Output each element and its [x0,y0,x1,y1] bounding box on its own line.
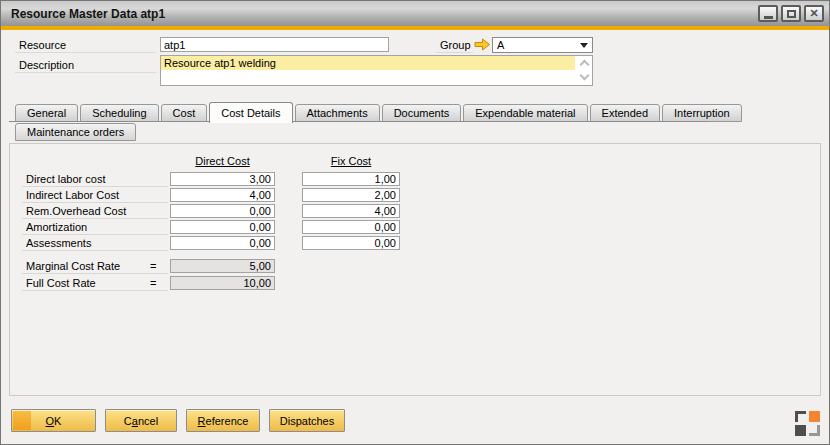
maximize-icon [787,10,796,18]
total-value-field [170,276,275,290]
cost-row-label: Rem.Overhead Cost [22,204,168,219]
cost-row-label: Direct labor cost [22,172,168,187]
fix-cost-input[interactable] [302,220,400,234]
tab-row-2: Maintenance orders [15,123,138,141]
fix-cost-input[interactable] [302,236,400,250]
total-row-label: Marginal Cost Rate [22,259,168,274]
button-label: Cancel [124,415,158,427]
cost-row-label: Assessments [22,236,168,251]
cost-details-panel: Direct Cost Fix Cost Direct labor costIn… [9,143,821,396]
total-row-marginal-cost-rate: Marginal Cost Rate= [10,259,820,276]
resize-corner-bottom-left [795,425,806,436]
resource-label: Resource [15,38,156,53]
maximize-button[interactable] [781,5,801,22]
window-controls: ✕ [758,5,824,22]
reference-button[interactable]: Reference [186,409,260,432]
tab-cost-details[interactable]: Cost Details [209,102,292,123]
fix-cost-input[interactable] [302,172,400,186]
cost-row-label: Amortization [22,220,168,235]
direct-cost-input[interactable] [170,188,275,202]
cancel-button[interactable]: Cancel [105,409,177,432]
direct-cost-input[interactable] [170,220,275,234]
minimize-icon [764,16,773,19]
tab-maintenance-orders[interactable]: Maintenance orders [15,123,136,141]
fix-cost-column-header: Fix Cost [302,155,400,167]
description-text: Resource atp1 welding [161,56,575,70]
cost-row-assessments: Assessments [10,236,820,252]
resize-corner-top-left [795,411,806,422]
ok-button[interactable]: OK [11,409,96,432]
dispatches-button[interactable]: Dispatches [269,409,345,432]
group-label: Group [436,38,473,53]
cost-rows: Direct labor costIndirect Labor CostRem.… [10,172,820,252]
tab-extended[interactable]: Extended [590,104,660,122]
button-label: OK [46,415,62,427]
scroll-down-icon[interactable] [580,71,590,81]
tab-documents[interactable]: Documents [382,104,462,122]
cost-row-label: Indirect Labor Cost [22,188,168,203]
close-button[interactable]: ✕ [804,5,824,22]
tab-interruption[interactable]: Interruption [662,104,742,122]
total-value-field [170,259,275,273]
description-input[interactable]: Resource atp1 welding [160,55,593,86]
fix-cost-input[interactable] [302,204,400,218]
cost-row-amortization: Amortization [10,220,820,236]
description-label: Description [15,58,156,73]
scroll-up-icon[interactable] [580,60,590,70]
button-label: Dispatches [280,415,334,427]
total-rows: Marginal Cost Rate=Full Cost Rate= [10,259,820,293]
resource-master-data-window: Resource Master Data atp1 ✕ Resource Gro… [0,0,830,445]
direct-cost-input[interactable] [170,172,275,186]
minimize-button[interactable] [758,5,778,22]
resize-corner-bottom-right [809,425,820,436]
group-select[interactable]: A [492,37,593,53]
tab-attachments[interactable]: Attachments [295,104,380,122]
tab-baseline [9,121,707,122]
cost-row-rem-overhead-cost: Rem.Overhead Cost [10,204,820,220]
tab-scheduling[interactable]: Scheduling [80,104,158,122]
footer-buttons: OKCancelReferenceDispatches [11,409,345,432]
accent-strip [1,26,829,30]
equals-sign: = [150,276,156,291]
total-row-full-cost-rate: Full Cost Rate= [10,276,820,293]
tab-cost[interactable]: Cost [161,104,208,122]
total-row-label: Full Cost Rate [22,276,168,291]
title-bar[interactable]: Resource Master Data atp1 [1,1,829,26]
direct-cost-column-header: Direct Cost [170,155,275,167]
resize-corner-top-right [809,411,820,422]
chevron-down-icon [580,43,588,48]
button-label: Reference [198,415,249,427]
link-arrow-icon[interactable] [474,38,491,51]
resize-form-icon[interactable] [795,411,820,436]
fix-cost-input[interactable] [302,188,400,202]
close-icon: ✕ [809,8,818,19]
direct-cost-input[interactable] [170,236,275,250]
group-selected-value: A [497,39,504,51]
primary-button-indicator [13,411,31,430]
resource-input[interactable] [160,37,389,52]
cost-row-direct-labor-cost: Direct labor cost [10,172,820,188]
equals-sign: = [150,259,156,274]
tab-general[interactable]: General [15,104,78,122]
cost-row-indirect-labor-cost: Indirect Labor Cost [10,188,820,204]
direct-cost-input[interactable] [170,204,275,218]
window-title: Resource Master Data atp1 [11,7,165,21]
tab-expendable-material[interactable]: Expendable material [463,104,587,122]
